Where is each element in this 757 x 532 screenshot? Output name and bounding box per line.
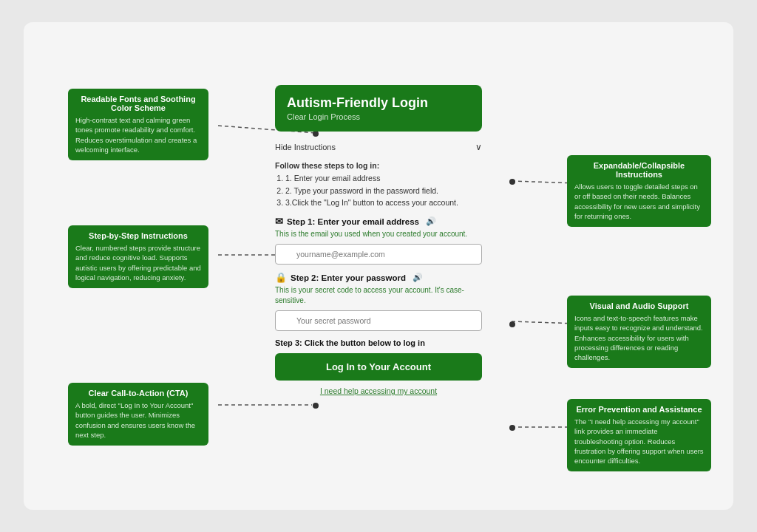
annotation-step-by-step-title: Step-by-Step Instructions [75,231,201,240]
instructions-heading: Follow these steps to log in: [275,161,482,170]
annotation-expandable: Expandable/Collapsible Instructions Allo… [567,155,711,227]
annotation-expandable-title: Expandable/Collapsible Instructions [574,161,704,179]
step2-label: 🔒 Step 2: Enter your password 🔊 [275,272,482,283]
connector-dot-clear-cta [313,403,319,409]
annotation-step-by-step: Step-by-Step Instructions Clear, numbere… [68,225,208,288]
chevron-down-icon: ∨ [475,142,482,152]
instruction-step-1: 1. Enter your email address [285,173,482,184]
instruction-step-2: 2. Type your password in the password fi… [285,185,482,197]
connector-dot-visual-audio [509,321,515,327]
help-link[interactable]: I need help accessing my account [275,386,482,395]
annotation-readable-fonts: Readable Fonts and Soothing Color Scheme… [68,89,208,160]
step2-desc: This is your secret code to access your … [275,285,482,306]
password-input-wrapper: 🔒 [275,310,482,331]
login-card: Autism-Friendly Login Clear Login Proces… [275,85,482,403]
toggle-label: Hide Instructions [275,143,336,151]
annotation-clear-cta-body: A bold, direct "Log In to Your Account" … [75,400,201,440]
annotation-error-prevention-title: Error Prevention and Assistance [574,405,704,414]
annotation-readable-fonts-body: High-contrast text and calming green ton… [75,115,201,154]
lock-icon: 🔒 [275,272,287,283]
step1-desc: This is the email you used when you crea… [275,229,482,239]
instructions-list: 1. Enter your email address 2. Type your… [275,173,482,208]
connector-dot-error-prevention [509,425,515,431]
step2-label-text: Step 2: Enter your password [291,273,406,282]
annotation-step-by-step-body: Clear, numbered steps provide structure … [75,243,201,282]
step1-label-text: Step 1: Enter your email address [287,217,419,226]
email-input[interactable] [275,244,482,265]
step3-section: Step 3: Click the button below to log in… [275,338,482,395]
password-input[interactable] [275,310,482,331]
step2-section: 🔒 Step 2: Enter your password 🔊 This is … [275,272,482,331]
step1-label: ✉ Step 1: Enter your email address 🔊 [275,216,482,227]
app-title: Autism-Friendly Login [287,95,470,111]
step1-section: ✉ Step 1: Enter your email address 🔊 Thi… [275,216,482,265]
step3-heading: Step 3: Click the button below to log in [275,338,482,347]
annotation-clear-cta-title: Clear Call-to-Action (CTA) [75,389,201,398]
annotation-readable-fonts-title: Readable Fonts and Soothing Color Scheme [75,95,201,112]
annotation-error-prevention-body: The "I need help accessing my account" l… [574,417,704,466]
app-subtitle: Clear Login Process [287,112,470,121]
annotation-clear-cta: Clear Call-to-Action (CTA) A bold, direc… [68,383,208,446]
audio-icon-step1[interactable]: 🔊 [426,216,436,226]
instructions-panel: Follow these steps to log in: 1. Enter y… [275,161,482,208]
annotation-expandable-body: Allows users to toggle detailed steps on… [574,182,704,221]
instruction-step-3: 3.Click the "Log In" button to access yo… [285,197,482,208]
connector-dot-expandable [509,179,515,185]
login-button[interactable]: Log In to Your Account [275,353,482,381]
audio-icon-step2[interactable]: 🔊 [413,273,423,282]
annotation-visual-audio: Visual and Audio Support Icons and text-… [567,296,711,368]
annotation-visual-audio-title: Visual and Audio Support [574,301,704,310]
annotation-error-prevention: Error Prevention and Assistance The "I n… [567,399,711,471]
instructions-toggle[interactable]: Hide Instructions ∨ [275,139,482,155]
login-header: Autism-Friendly Login Clear Login Proces… [275,85,482,132]
envelope-icon: ✉ [275,216,283,227]
annotation-visual-audio-body: Icons and text-to-speech features make i… [574,313,704,362]
email-input-wrapper: ✉ [275,244,482,265]
